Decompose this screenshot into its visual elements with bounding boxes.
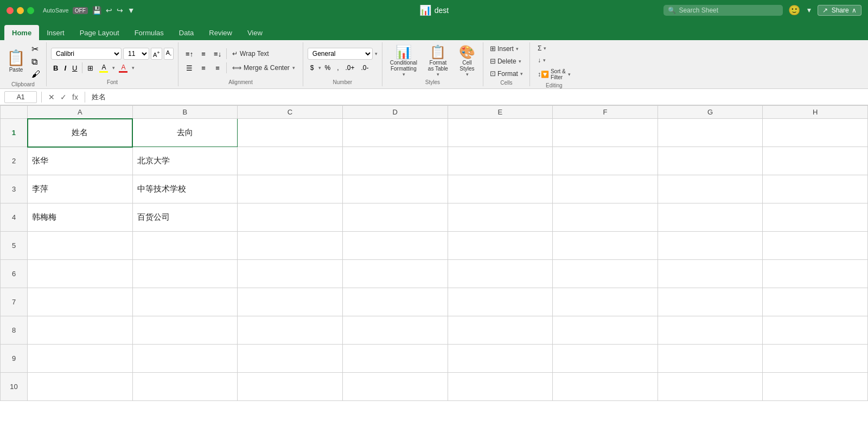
font-color-dropdown[interactable]: ▾ — [132, 65, 135, 71]
autosave-state[interactable]: OFF — [73, 7, 88, 14]
row-header-3[interactable]: 3 — [1, 175, 28, 203]
row-header-5[interactable]: 5 — [1, 232, 28, 260]
font-color-button[interactable]: A — [117, 62, 130, 74]
cell-H8[interactable] — [763, 316, 868, 345]
cell-F6[interactable] — [553, 260, 658, 288]
decrease-font-size[interactable]: A- — [164, 48, 174, 60]
cell-D4[interactable] — [342, 203, 448, 232]
cell-E1[interactable] — [448, 119, 553, 147]
cell-E6[interactable] — [448, 260, 553, 288]
cell-D5[interactable] — [342, 232, 448, 260]
tab-view[interactable]: View — [240, 25, 270, 40]
cell-C8[interactable] — [238, 316, 343, 345]
paste-button[interactable]: 📋 Paste — [4, 49, 28, 74]
cell-C4[interactable] — [238, 203, 343, 232]
cancel-formula-button[interactable]: ✕ — [46, 92, 57, 103]
cell-D1[interactable] — [342, 119, 448, 147]
cell-F5[interactable] — [553, 232, 658, 260]
increase-decimal-button[interactable]: .0+ — [343, 62, 358, 74]
cut-button[interactable]: ✂ — [30, 43, 42, 55]
redo-icon[interactable]: ↪ — [117, 6, 123, 15]
row-header-1[interactable]: 1 — [1, 119, 28, 147]
cell-D3[interactable] — [342, 175, 448, 203]
row-header-6[interactable]: 6 — [1, 260, 28, 288]
font-family-select[interactable]: Calibri — [51, 48, 122, 60]
cell-D10[interactable] — [342, 373, 448, 401]
cell-reference[interactable]: A1 — [4, 91, 37, 103]
tab-data[interactable]: Data — [171, 25, 201, 40]
cell-A1[interactable]: 姓名 — [28, 119, 133, 147]
align-center-button[interactable]: ≡ — [197, 62, 210, 74]
font-size-select[interactable]: 11 — [123, 48, 149, 60]
cell-H6[interactable] — [763, 260, 868, 288]
cell-A3[interactable]: 李萍 — [28, 175, 133, 203]
cell-G3[interactable] — [658, 175, 763, 203]
customize-icon[interactable]: ▼ — [127, 6, 135, 15]
cell-H9[interactable] — [763, 345, 868, 373]
cell-E9[interactable] — [448, 345, 553, 373]
cell-E4[interactable] — [448, 203, 553, 232]
close-button[interactable] — [7, 7, 14, 14]
cell-H2[interactable] — [763, 147, 868, 175]
tab-formulas[interactable]: Formulas — [127, 25, 171, 40]
fill-color-button[interactable]: A — [97, 62, 110, 74]
conditional-formatting-button[interactable]: 📊 ConditionalFormatting ▾ — [387, 43, 420, 78]
cell-A8[interactable] — [28, 316, 133, 345]
cell-F3[interactable] — [553, 175, 658, 203]
cell-G4[interactable] — [658, 203, 763, 232]
copy-button[interactable]: ⧉ — [30, 56, 42, 67]
cell-G6[interactable] — [658, 260, 763, 288]
cell-B3[interactable]: 中等技术学校 — [132, 175, 238, 203]
cell-F4[interactable] — [553, 203, 658, 232]
wrap-text-button[interactable]: ↵ Wrap Text — [229, 49, 272, 59]
cell-D2[interactable] — [342, 147, 448, 175]
cell-F9[interactable] — [553, 345, 658, 373]
cell-B8[interactable] — [132, 316, 238, 345]
sort-filter-button[interactable]: ↕🔽 Sort &Filter ▾ — [534, 67, 574, 81]
cell-F2[interactable] — [553, 147, 658, 175]
sum-button[interactable]: Σ ▾ — [534, 43, 550, 53]
cell-E8[interactable] — [448, 316, 553, 345]
formula-input[interactable] — [90, 91, 864, 103]
increase-font-size[interactable]: A+ — [151, 48, 162, 60]
underline-button[interactable]: U — [70, 63, 79, 73]
cell-C10[interactable] — [238, 373, 343, 401]
col-header-H[interactable]: H — [763, 106, 868, 119]
currency-button[interactable]: $ — [308, 62, 317, 74]
insert-cells-button[interactable]: ⊞ Insert ▾ — [488, 43, 521, 54]
cell-B7[interactable] — [132, 288, 238, 316]
bold-button[interactable]: B — [51, 62, 60, 74]
cell-H1[interactable] — [763, 119, 868, 147]
row-header-8[interactable]: 8 — [1, 316, 28, 345]
cell-C6[interactable] — [238, 260, 343, 288]
col-header-C[interactable]: C — [238, 106, 343, 119]
row-header-2[interactable]: 2 — [1, 147, 28, 175]
cell-A10[interactable] — [28, 373, 133, 401]
cell-A2[interactable]: 张华 — [28, 147, 133, 175]
tab-insert[interactable]: Insert — [39, 25, 72, 40]
cell-styles-button[interactable]: 🎨 CellStyles ▾ — [456, 43, 478, 78]
cell-A5[interactable] — [28, 232, 133, 260]
decrease-decimal-button[interactable]: .0- — [359, 62, 372, 74]
cell-C3[interactable] — [238, 175, 343, 203]
minimize-button[interactable] — [17, 7, 24, 14]
col-header-F[interactable]: F — [553, 106, 658, 119]
row-header-4[interactable]: 4 — [1, 203, 28, 232]
cell-C1[interactable] — [238, 119, 343, 147]
tab-review[interactable]: Review — [201, 25, 240, 40]
delete-cells-button[interactable]: ⊟ Delete ▾ — [488, 56, 524, 66]
format-painter-button[interactable]: 🖌 — [30, 68, 42, 80]
cell-B5[interactable] — [132, 232, 238, 260]
cell-F1[interactable] — [553, 119, 658, 147]
format-cells-button[interactable]: ⊡ Format ▾ — [488, 68, 525, 79]
cell-B2[interactable]: 北京大学 — [132, 147, 238, 175]
insert-function-button[interactable]: fx — [70, 92, 80, 103]
align-right-button[interactable]: ≡ — [211, 62, 224, 74]
cell-C9[interactable] — [238, 345, 343, 373]
tab-home[interactable]: Home — [4, 25, 39, 40]
cell-C5[interactable] — [238, 232, 343, 260]
cell-B9[interactable] — [132, 345, 238, 373]
align-top-button[interactable]: ≡↑ — [183, 48, 196, 60]
percent-button[interactable]: % — [322, 62, 334, 74]
cell-C7[interactable] — [238, 288, 343, 316]
